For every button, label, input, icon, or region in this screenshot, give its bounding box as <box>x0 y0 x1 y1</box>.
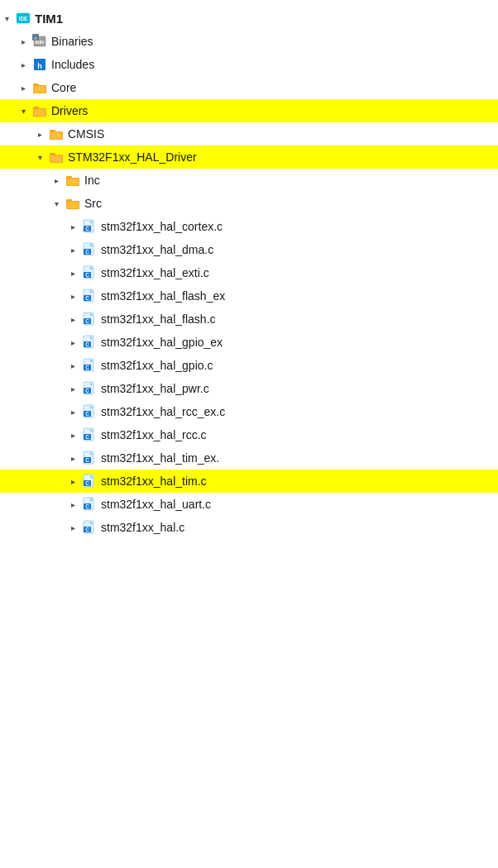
tree-label-f1_pwr: stm32f1xx_hal_pwr.c <box>101 382 209 395</box>
tree-item-f1_cortex[interactable]: Cstm32f1xx_hal_cortex.c <box>0 215 498 238</box>
tree-item-inc[interactable]: Inc <box>0 169 498 192</box>
tree-arrow-src[interactable] <box>50 197 63 210</box>
icon-includes-includes: h <box>32 57 47 72</box>
tree-item-f1_exti[interactable]: Cstm32f1xx_hal_exti.c <box>0 261 498 284</box>
tree-item-src[interactable]: Src <box>0 192 498 215</box>
icon-folder-drivers <box>32 103 47 118</box>
tree-item-f1_pwr[interactable]: Cstm32f1xx_hal_pwr.c <box>0 377 498 400</box>
tree-arrow-f1_tim_ex[interactable] <box>66 451 79 465</box>
tree-arrow-cmsis[interactable] <box>33 127 46 141</box>
tree-arrow-f1_cortex[interactable] <box>66 220 79 233</box>
icon-cfile-f1_uart: C <box>82 497 97 512</box>
icon-cfile-f1_tim_ex: C <box>82 451 97 465</box>
tree-label-inc: Inc <box>84 174 100 187</box>
tree-item-f1_gpio_ex[interactable]: Cstm32f1xx_hal_gpio_ex <box>0 331 498 354</box>
svg-text:C: C <box>85 226 89 231</box>
svg-rect-15 <box>50 130 55 132</box>
icon-folder-stm32f1xx_hal_driver <box>49 150 64 165</box>
icon-binaries-binaries: BIN≡ <box>32 34 47 49</box>
svg-rect-24 <box>66 199 72 202</box>
svg-text:≡: ≡ <box>35 36 37 41</box>
tree-item-f1_gpio[interactable]: Cstm32f1xx_hal_gpio.c <box>0 354 498 377</box>
tree-item-drivers[interactable]: Drivers <box>0 99 498 122</box>
tree-item-tim1[interactable]: IDETIM1 <box>0 7 498 30</box>
tree-arrow-binaries[interactable] <box>17 35 30 48</box>
tree-item-f1_dma[interactable]: Cstm32f1xx_hal_dma.c <box>0 238 498 261</box>
tree-arrow-f1_dma[interactable] <box>66 243 79 256</box>
icon-folder-core <box>32 80 47 95</box>
icon-folder-cmsis <box>49 126 64 141</box>
tree-item-f1_uart[interactable]: Cstm32f1xx_hal_uart.c <box>0 493 498 516</box>
tree-label-drivers: Drivers <box>51 104 88 117</box>
tree-item-f1_tim_ex[interactable]: Cstm32f1xx_hal_tim_ex. <box>0 446 498 470</box>
icon-cfile-f1_flash_ex: C <box>82 289 97 303</box>
svg-text:C: C <box>85 249 89 255</box>
tree-label-f1_cortex: stm32f1xx_hal_cortex.c <box>101 220 223 233</box>
tree-label-cmsis: CMSIS <box>68 127 104 141</box>
tree-arrow-f1_flash[interactable] <box>66 312 79 326</box>
icon-cfile-f1_gpio: C <box>82 358 97 373</box>
svg-text:C: C <box>85 341 89 347</box>
tree-label-stm32f1xx_hal_driver: STM32F1xx_HAL_Driver <box>68 150 197 164</box>
svg-rect-25 <box>67 202 79 208</box>
tree-arrow-inc[interactable] <box>50 174 63 187</box>
svg-rect-13 <box>34 109 45 116</box>
tree-item-stm32f1xx_hal_driver[interactable]: STM32F1xx_HAL_Driver <box>0 145 498 169</box>
icon-folder-inc <box>65 173 80 188</box>
svg-text:C: C <box>85 457 89 463</box>
tree-label-binaries: Binaries <box>51 35 93 48</box>
tree-arrow-includes[interactable] <box>17 58 30 71</box>
tree-label-f1_flash_ex: stm32f1xx_hal_flash_ex <box>101 289 225 303</box>
tree-item-f1_hal[interactable]: Cstm32f1xx_hal.c <box>0 516 498 539</box>
icon-project-tim1: IDE <box>16 11 31 26</box>
icon-cfile-f1_hal: C <box>82 520 97 535</box>
svg-text:C: C <box>85 365 89 370</box>
tree-arrow-f1_flash_ex[interactable] <box>66 289 79 303</box>
icon-cfile-f1_pwr: C <box>82 381 97 396</box>
svg-rect-18 <box>50 153 55 155</box>
tree-item-includes[interactable]: hIncludes <box>0 53 498 76</box>
tree-arrow-stm32f1xx_hal_driver[interactable] <box>33 150 46 164</box>
svg-text:C: C <box>85 388 89 393</box>
svg-text:C: C <box>85 527 89 532</box>
tree-arrow-f1_pwr[interactable] <box>66 382 79 395</box>
tree-item-f1_rcc[interactable]: Cstm32f1xx_hal_rcc.c <box>0 423 498 446</box>
tree-item-f1_rcc_ex[interactable]: Cstm32f1xx_hal_rcc_ex.c <box>0 400 498 423</box>
tree-arrow-core[interactable] <box>17 81 30 94</box>
svg-text:IDE: IDE <box>19 16 28 21</box>
tree-item-binaries[interactable]: BIN≡Binaries <box>0 30 498 53</box>
tree-arrow-f1_uart[interactable] <box>66 498 79 511</box>
tree-arrow-f1_rcc_ex[interactable] <box>66 405 79 418</box>
svg-text:C: C <box>85 503 89 509</box>
tree-label-f1_gpio_ex: stm32f1xx_hal_gpio_ex <box>101 336 223 349</box>
svg-text:C: C <box>85 434 89 440</box>
tree-label-includes: Includes <box>51 58 94 71</box>
icon-folder-src <box>65 196 80 211</box>
svg-rect-9 <box>33 83 39 86</box>
tree-item-core[interactable]: Core <box>0 76 498 99</box>
svg-text:C: C <box>85 295 89 301</box>
tree-arrow-f1_rcc[interactable] <box>66 428 79 441</box>
icon-cfile-f1_tim: C <box>82 474 97 489</box>
tree-item-f1_tim[interactable]: Cstm32f1xx_hal_tim.c <box>0 470 498 493</box>
icon-cfile-f1_dma: C <box>82 242 97 257</box>
tree-label-f1_tim: stm32f1xx_hal_tim.c <box>101 475 207 488</box>
tree-arrow-f1_tim[interactable] <box>66 475 79 488</box>
tree-item-f1_flash_ex[interactable]: Cstm32f1xx_hal_flash_ex <box>0 284 498 308</box>
tree-item-f1_flash[interactable]: Cstm32f1xx_hal_flash.c <box>0 308 498 331</box>
tree-arrow-drivers[interactable] <box>17 104 30 117</box>
tree-arrow-f1_exti[interactable] <box>66 266 79 279</box>
svg-text:C: C <box>85 318 89 324</box>
tree-item-cmsis[interactable]: CMSIS <box>0 122 498 145</box>
tree-arrow-tim1[interactable] <box>0 12 13 25</box>
svg-rect-22 <box>67 179 79 185</box>
project-tree: IDETIM1BIN≡BinarieshIncludesCoreDriversC… <box>0 0 498 546</box>
tree-arrow-f1_gpio_ex[interactable] <box>66 336 79 349</box>
tree-arrow-f1_hal[interactable] <box>66 521 79 534</box>
icon-cfile-f1_flash: C <box>82 312 97 327</box>
svg-rect-16 <box>50 132 62 139</box>
tree-label-f1_rcc: stm32f1xx_hal_rcc.c <box>101 428 207 441</box>
icon-cfile-f1_rcc_ex: C <box>82 404 97 419</box>
tree-arrow-f1_gpio[interactable] <box>66 359 79 372</box>
svg-text:C: C <box>85 272 89 278</box>
